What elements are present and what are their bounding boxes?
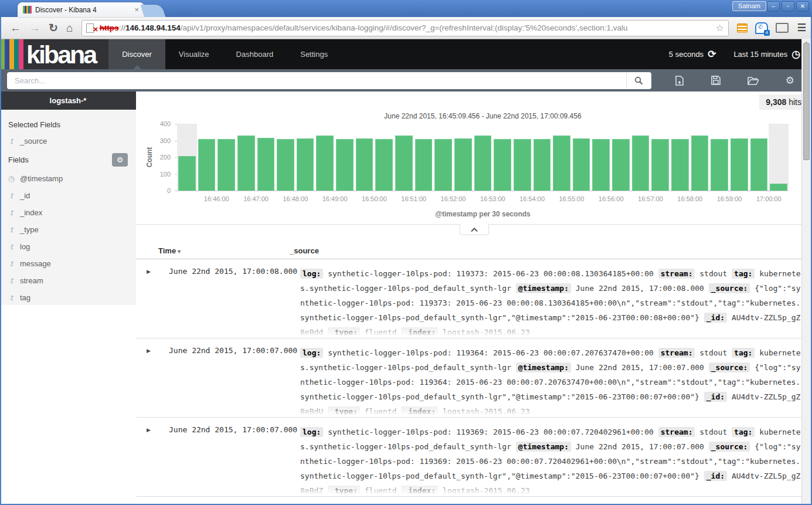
field-item-source[interactable]: t_source [0,133,136,150]
histogram-bar-slot[interactable] [492,124,512,191]
histogram-bar[interactable] [671,139,689,191]
open-search-icon[interactable] [748,76,759,85]
field-settings-gear-icon[interactable]: ⚙ [112,153,128,167]
scrollbar-thumb[interactable] [803,43,810,160]
field-item-id[interactable]: t_id [0,187,136,204]
expand-caret-icon[interactable]: ▶ [136,266,169,338]
histogram-bar[interactable] [395,135,413,191]
reload-button[interactable]: ↻ [49,21,58,35]
forward-button[interactable]: → [29,22,40,35]
histogram-bar[interactable] [178,156,196,191]
field-item-type[interactable]: t_type [0,221,136,238]
histogram-bar-slot[interactable] [453,124,473,191]
notes-extension-icon[interactable] [737,23,748,33]
histogram-bar[interactable] [257,138,275,191]
histogram-bar-slot[interactable] [177,124,197,191]
field-item-log[interactable]: tlog [0,238,136,255]
field-item-message[interactable]: tmessage [0,255,136,272]
histogram-bar-slot[interactable] [532,124,552,191]
back-button[interactable]: ← [10,22,21,35]
histogram-bar-slot[interactable] [769,124,789,191]
field-item-stream[interactable]: tstream [0,272,136,289]
histogram-bar-slot[interactable] [473,124,493,191]
collapse-histogram-button[interactable] [460,224,489,235]
field-item-index[interactable]: t_index [0,204,136,221]
histogram-bar-slot[interactable] [197,124,217,191]
histogram-bar[interactable] [218,139,235,191]
browser-menu-icon[interactable]: ☰ [797,22,806,34]
histogram-bar[interactable] [770,184,787,191]
refresh-interval-picker[interactable]: 5 seconds ⟳ [669,48,716,60]
histogram-bar-slot[interactable] [591,124,611,191]
histogram-bar-slot[interactable] [394,124,414,191]
histogram-bar[interactable] [612,139,630,191]
tab-close-icon[interactable]: × [134,5,139,14]
histogram-bar[interactable] [415,139,433,191]
histogram-bar-slot[interactable] [374,124,394,191]
histogram-bar-slot[interactable] [709,124,729,191]
histogram-bar[interactable] [731,138,748,191]
histogram-bar-slot[interactable] [512,124,532,191]
histogram-bar-slot[interactable] [433,124,453,191]
time-range-picker[interactable]: Last 15 minutes ◷ [733,48,800,60]
histogram-bar[interactable] [592,139,610,191]
histogram-bar-slot[interactable] [690,124,710,191]
histogram-bar[interactable] [711,139,728,191]
histogram-bar-slot[interactable] [611,124,631,191]
new-tab-button[interactable] [141,5,166,17]
histogram-bar[interactable] [297,138,314,191]
expand-caret-icon[interactable]: ▶ [136,345,169,417]
histogram-bar[interactable] [750,138,768,191]
histogram-bar-slot[interactable] [631,124,651,191]
source-column-header[interactable]: _source [290,246,319,255]
field-item-timestamp[interactable]: ◷@timestamp [0,170,136,187]
page-scrollbar[interactable]: ▲ [801,39,811,504]
histogram-bar[interactable] [632,135,650,191]
histogram-bar[interactable] [277,139,294,191]
search-input[interactable] [7,76,626,85]
time-column-header[interactable]: Time▾ [158,246,290,255]
histogram-bar[interactable] [514,139,531,191]
histogram-bar-slot[interactable] [335,124,355,191]
close-button[interactable]: ✕ [796,1,809,12]
histogram-bar-slot[interactable] [355,124,375,191]
cast-extension-icon[interactable] [776,23,789,33]
bookmark-star-icon[interactable]: ☆ [715,22,723,33]
histogram-bar[interactable] [434,139,452,191]
save-search-icon[interactable] [711,76,721,85]
histogram-bar-slot[interactable] [276,124,295,191]
index-pattern-selector[interactable]: logstash-* [0,91,136,110]
histogram-bar[interactable] [573,138,590,191]
nav-tab-discover[interactable]: Discover [108,39,165,69]
histogram-bar-slot[interactable] [216,124,236,191]
new-search-icon[interactable] [675,76,684,86]
search-submit-button[interactable] [626,72,651,89]
histogram[interactable] [177,124,789,191]
histogram-bar[interactable] [651,139,669,191]
histogram-bar-slot[interactable] [552,124,572,191]
histogram-bar-slot[interactable] [315,124,335,191]
kibana-logo[interactable]: kibana [0,39,108,69]
profile-button[interactable]: Satnam [732,1,766,11]
url-bar[interactable]: ✕ https :// 146.148.94.154 /api/v1/proxy… [81,20,728,36]
histogram-bar-slot[interactable] [729,124,749,191]
hangouts-extension-icon[interactable]: ✆ 4 [755,22,768,34]
histogram-bar-slot[interactable] [572,124,592,191]
field-item-tag[interactable]: ttag [0,289,136,306]
histogram-bar-slot[interactable] [414,124,434,191]
histogram-bar[interactable] [691,135,709,191]
histogram-bar-slot[interactable] [670,124,690,191]
nav-tab-settings[interactable]: Settings [287,39,341,69]
histogram-bar[interactable] [534,139,551,191]
histogram-bar[interactable] [356,138,373,191]
settings-gear-icon[interactable]: ⚙ [786,74,794,87]
nav-tab-dashboard[interactable]: Dashboard [223,39,287,69]
expand-caret-icon[interactable]: ▶ [136,425,169,496]
histogram-bar[interactable] [474,135,492,191]
histogram-bar[interactable] [553,135,570,191]
histogram-bar[interactable] [375,139,393,191]
histogram-bar[interactable] [336,139,354,191]
maximize-button[interactable]: ▫ [782,1,794,12]
histogram-bar-slot[interactable] [650,124,670,191]
histogram-bar[interactable] [494,139,511,191]
